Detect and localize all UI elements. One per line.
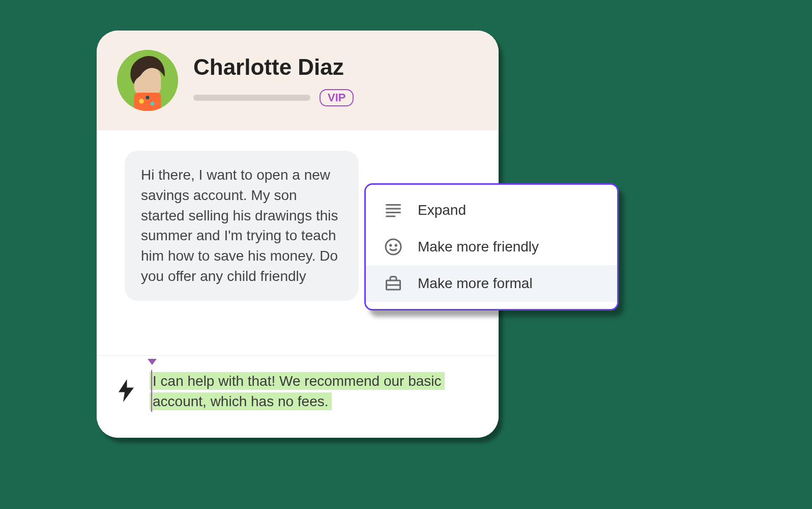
suggestion-friendly[interactable]: Make more friendly [366,229,617,265]
vip-badge: VIP [320,89,354,106]
chat-header: Charlotte Diaz VIP [97,31,499,130]
suggestion-expand[interactable]: Expand [366,192,617,229]
svg-point-4 [146,96,149,99]
svg-point-10 [390,245,391,246]
placeholder-line [193,95,310,101]
customer-name: Charlotte Diaz [193,54,478,80]
suggestion-label: Make more formal [418,275,533,292]
customer-info: Charlotte Diaz VIP [193,54,478,106]
bolt-icon[interactable] [117,379,135,403]
svg-rect-1 [134,93,161,111]
svg-point-11 [395,245,396,246]
tone-suggestion-popover: Expand Make more friendly Make more form… [364,183,619,310]
customer-sub-row: VIP [193,89,478,106]
suggestion-formal[interactable]: Make more formal [366,265,617,302]
smile-icon [384,238,402,256]
compose-area[interactable]: I can help with that! We recommend our b… [97,355,499,438]
suggestion-label: Expand [418,202,466,218]
suggested-reply-text[interactable]: I can help with that! We recommend our b… [150,372,445,411]
svg-point-2 [139,99,144,104]
incoming-message: Hi there, I want to open a new savings a… [125,151,359,301]
svg-point-9 [386,239,401,254]
customer-avatar [117,50,178,111]
suggestion-label: Make more friendly [418,239,539,255]
compose-text-wrap[interactable]: I can help with that! We recommend our b… [150,371,478,412]
briefcase-icon [384,274,402,293]
svg-point-3 [151,102,154,105]
caret-mark-icon [148,359,157,365]
lines-icon [384,201,402,219]
caret-line-icon [151,370,152,412]
